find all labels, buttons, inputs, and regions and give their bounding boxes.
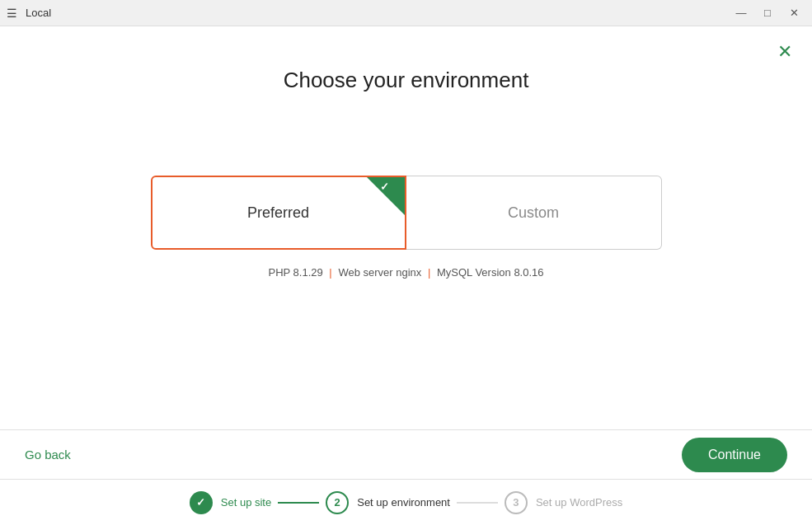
custom-option[interactable]: Custom [406,176,662,250]
maximize-button[interactable]: □ [756,4,779,22]
app-title: Local [26,7,51,19]
step-2-circle: 2 [326,491,349,514]
minimize-button[interactable]: — [730,4,753,22]
php-version: PHP 8.1.29 [268,266,322,279]
separator-1: | [329,266,331,279]
step-2-label: Set up environment [357,496,450,509]
bottom-bar: Go back Continue [0,429,812,479]
titlebar-controls: — □ ✕ [730,4,805,22]
continue-button[interactable]: Continue [682,438,787,472]
step-1: ✓ Set up site [190,491,271,514]
hamburger-icon[interactable]: ☰ [7,7,17,20]
titlebar: ☰ Local — □ ✕ [0,0,812,26]
dialog-close-button[interactable]: ✕ [777,43,792,61]
options-row: Preferred Custom [151,176,662,250]
connector-2 [457,502,498,504]
step-3: 3 Set up WordPress [505,491,622,514]
preferred-label: Preferred [247,204,309,222]
step-1-circle: ✓ [190,491,213,514]
web-server-info: Web server nginx [338,266,421,279]
step-3-label: Set up WordPress [536,496,622,509]
go-back-button[interactable]: Go back [25,448,71,462]
mysql-version: MySQL Version 8.0.16 [437,266,544,279]
step-3-circle: 3 [505,491,528,514]
step-1-label: Set up site [221,496,271,509]
main-content: ✕ Choose your environment Preferred Cust… [0,26,812,429]
titlebar-left: ☰ Local [7,7,51,20]
custom-label: Custom [508,204,559,222]
check-corner-decoration [367,177,405,215]
environment-info: PHP 8.1.29 | Web server nginx | MySQL Ve… [268,266,543,279]
preferred-option[interactable]: Preferred [151,176,406,250]
separator-2: | [428,266,430,279]
dialog-title: Choose your environment [284,68,529,93]
steps-bar: ✓ Set up site 2 Set up environment 3 Set… [0,479,812,525]
step-2: 2 Set up environment [326,491,450,514]
connector-1 [278,502,319,504]
window-close-button[interactable]: ✕ [782,4,805,22]
